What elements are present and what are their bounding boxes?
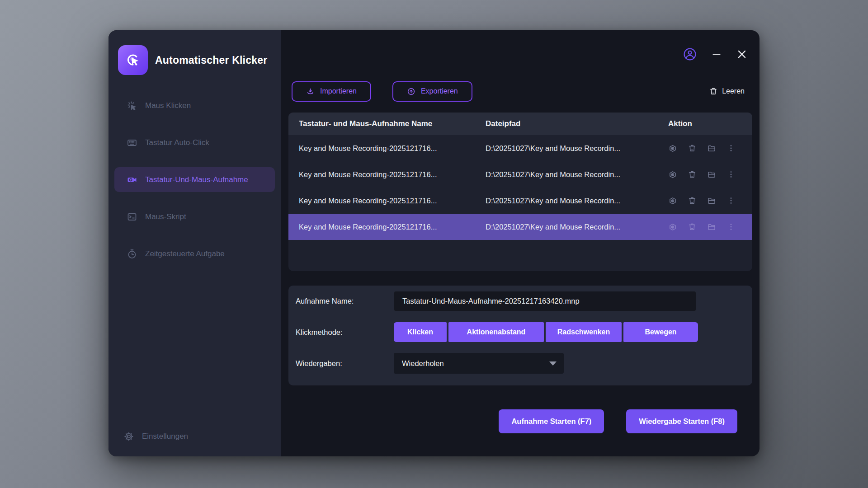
column-header-action: Aktion	[668, 119, 748, 128]
row-actions	[668, 196, 748, 205]
recording-settings-panel: Aufnahme Name: Klickmethode: Klicken Akt…	[288, 286, 752, 385]
click-method-group: Klicken Aktionenabstand Radschwenken Bew…	[394, 322, 698, 342]
click-method-label: Klickmethode:	[296, 328, 394, 337]
playback-mode-value: Wiederholen	[402, 359, 444, 368]
delete-icon[interactable]	[688, 196, 697, 205]
record-name-input[interactable]	[394, 291, 696, 311]
sidebar-item-label: Einstellungen	[142, 432, 188, 441]
import-label: Importieren	[320, 87, 357, 95]
open-folder-icon[interactable]	[707, 144, 716, 153]
playback-row: Wiedergaben: Wiederholen	[296, 353, 745, 374]
row-actions	[668, 144, 748, 153]
playback-label: Wiedergaben:	[296, 359, 394, 368]
titlebar	[281, 30, 760, 71]
more-options-icon[interactable]	[726, 144, 736, 153]
recording-name: Key and Mouse Recording-2025121716...	[299, 223, 486, 231]
close-icon[interactable]	[736, 48, 748, 60]
file-path: D:\20251027\Key and Mouse Recordin...	[486, 223, 668, 231]
column-header-name: Tastatur- und Maus-Aufnahme Name	[299, 119, 486, 128]
click-method-aktionenabstand-button[interactable]: Aktionenabstand	[448, 322, 544, 342]
recordings-table: Tastatur- und Maus-Aufnahme Name Dateipf…	[288, 113, 752, 271]
view-icon[interactable]	[668, 222, 677, 231]
open-folder-icon[interactable]	[707, 196, 716, 205]
keyboard-icon	[127, 137, 137, 148]
record-name-label: Aufnahme Name:	[296, 297, 394, 305]
mouse-click-icon	[127, 100, 137, 111]
more-options-icon[interactable]	[726, 222, 736, 231]
sidebar-item-label: Tastatur Auto-Click	[145, 138, 209, 147]
row-actions	[668, 170, 748, 179]
delete-icon[interactable]	[688, 144, 697, 153]
start-playback-button[interactable]: Wiedergabe Starten (F8)	[626, 409, 737, 433]
file-path: D:\20251027\Key and Mouse Recordin...	[486, 144, 668, 153]
click-method-bewegen-button[interactable]: Bewegen	[623, 322, 698, 342]
view-icon[interactable]	[668, 170, 677, 179]
sidebar-item-einstellungen[interactable]: Einstellungen	[123, 431, 188, 442]
user-avatar-icon[interactable]	[683, 47, 697, 61]
clear-label: Leeren	[722, 87, 745, 95]
recording-name: Key and Mouse Recording-2025121716...	[299, 197, 486, 205]
sidebar-item-maus-skript[interactable]: Maus-Skript	[114, 204, 275, 229]
sidebar-nav: Maus Klicken Tastatur Auto-Click	[108, 75, 281, 266]
export-button[interactable]: Exportieren	[392, 81, 472, 102]
sidebar-item-zeitgesteuerte-aufgabe[interactable]: Zeitgesteuerte Aufgabe	[114, 241, 275, 266]
main-content: Importieren Exportieren Leeren	[281, 30, 760, 456]
click-method-radschwenken-button[interactable]: Radschwenken	[546, 322, 622, 342]
import-button[interactable]: Importieren	[292, 81, 371, 102]
record-name-row: Aufnahme Name:	[296, 291, 745, 311]
terminal-icon	[127, 211, 137, 222]
clear-all-button[interactable]: Leeren	[709, 87, 745, 96]
recording-name: Key and Mouse Recording-2025121716...	[299, 170, 486, 179]
sidebar-item-maus-klicken[interactable]: Maus Klicken	[114, 93, 275, 118]
footer-actions: Aufnahme Starten (F7) Wiedergabe Starten…	[281, 409, 760, 433]
start-recording-button[interactable]: Aufnahme Starten (F7)	[499, 409, 604, 433]
more-options-icon[interactable]	[726, 170, 736, 179]
file-path: D:\20251027\Key and Mouse Recordin...	[486, 197, 668, 205]
recording-name: Key and Mouse Recording-2025121716...	[299, 144, 486, 153]
file-path: D:\20251027\Key and Mouse Recordin...	[486, 170, 668, 179]
sidebar-item-label: Zeitgesteuerte Aufgabe	[145, 249, 225, 258]
column-header-path: Dateipfad	[486, 119, 668, 128]
click-method-klicken-button[interactable]: Klicken	[394, 322, 447, 342]
video-camera-icon	[127, 174, 137, 185]
view-icon[interactable]	[668, 144, 677, 153]
toolbar: Importieren Exportieren Leeren	[281, 81, 760, 102]
more-options-icon[interactable]	[726, 196, 736, 205]
app-window: Automatischer Klicker Maus Klicken	[108, 30, 760, 456]
playback-mode-select[interactable]: Wiederholen	[394, 353, 564, 374]
open-folder-icon[interactable]	[707, 170, 716, 179]
sidebar-item-label: Tastatur-Und-Maus-Aufnahme	[145, 175, 248, 184]
gear-icon	[123, 431, 134, 442]
stopwatch-icon	[127, 249, 137, 259]
table-row[interactable]: Key and Mouse Recording-2025121716... D:…	[288, 135, 752, 161]
sidebar: Automatischer Klicker Maus Klicken	[108, 30, 281, 456]
sidebar-item-label: Maus Klicken	[145, 101, 191, 110]
sidebar-item-tastatur-und-maus-aufnahme[interactable]: Tastatur-Und-Maus-Aufnahme	[114, 167, 275, 192]
table-row[interactable]: Key and Mouse Recording-2025121716... D:…	[288, 188, 752, 214]
sidebar-item-label: Maus-Skript	[145, 212, 186, 221]
export-label: Exportieren	[421, 87, 458, 95]
click-method-row: Klickmethode: Klicken Aktionenabstand Ra…	[296, 322, 745, 342]
open-folder-icon[interactable]	[707, 222, 716, 231]
delete-icon[interactable]	[688, 222, 697, 231]
trash-icon	[709, 87, 718, 96]
table-header: Tastatur- und Maus-Aufnahme Name Dateipf…	[288, 113, 752, 135]
row-actions	[668, 222, 748, 231]
auto-clicker-logo	[118, 45, 148, 75]
delete-icon[interactable]	[688, 170, 697, 179]
upload-icon	[407, 87, 415, 96]
download-icon	[306, 87, 315, 96]
minimize-icon[interactable]	[711, 48, 722, 60]
app-brand: Automatischer Klicker	[108, 30, 281, 75]
chevron-down-icon	[549, 361, 557, 366]
view-icon[interactable]	[668, 196, 677, 205]
table-row[interactable]: Key and Mouse Recording-2025121716... D:…	[288, 214, 752, 240]
sidebar-item-tastatur-auto-click[interactable]: Tastatur Auto-Click	[114, 130, 275, 155]
app-title: Automatischer Klicker	[155, 54, 267, 66]
table-row[interactable]: Key and Mouse Recording-2025121716... D:…	[288, 161, 752, 188]
